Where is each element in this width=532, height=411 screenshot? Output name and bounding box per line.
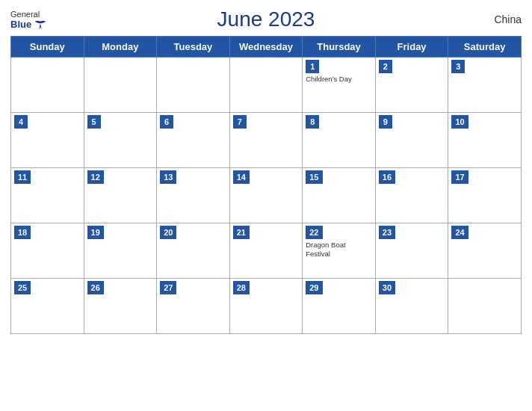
logo-general: General <box>10 10 47 19</box>
day-number: 7 <box>233 115 247 129</box>
day-number: 27 <box>160 281 176 294</box>
day-number: 15 <box>306 170 322 184</box>
day-number: 26 <box>87 281 104 294</box>
calendar-cell: 24 <box>448 223 522 279</box>
day-number: 11 <box>14 170 31 184</box>
logo: General Blue <box>10 10 47 30</box>
header-friday: Friday <box>375 37 448 58</box>
calendar-cell: 22Dragon Boat Festival <box>303 223 376 279</box>
calendar-cell: 15 <box>303 168 376 223</box>
day-number: 13 <box>160 170 176 184</box>
header-tuesday: Tuesday <box>157 37 230 58</box>
week-row-2: 45678910 <box>11 113 522 168</box>
calendar-cell <box>157 58 230 113</box>
calendar-cell: 3 <box>448 58 522 113</box>
header-saturday: Saturday <box>448 37 522 58</box>
calendar-cell <box>84 58 157 113</box>
calendar-cell: 2 <box>375 58 448 113</box>
day-number: 10 <box>451 115 468 129</box>
day-number: 24 <box>451 226 468 239</box>
day-number: 8 <box>306 115 319 129</box>
calendar-cell: 21 <box>229 223 303 279</box>
calendar-cell: 13 <box>157 168 230 223</box>
day-number: 5 <box>87 115 101 129</box>
day-number: 16 <box>379 170 395 184</box>
day-number: 18 <box>14 226 31 239</box>
calendar-header: General Blue June 2023 China <box>10 7 522 31</box>
calendar-cell: 26 <box>84 279 157 334</box>
day-number: 2 <box>379 60 392 73</box>
day-number: 29 <box>306 281 322 294</box>
week-row-1: 1Children's Day23 <box>11 58 522 113</box>
day-number: 1 <box>306 60 319 73</box>
day-number: 4 <box>14 115 28 129</box>
day-number: 30 <box>379 281 395 294</box>
event-label: Dragon Boat Festival <box>306 241 372 259</box>
calendar-cell: 23 <box>375 223 448 279</box>
calendar-cell: 8 <box>303 113 376 168</box>
month-title: June 2023 <box>217 7 315 31</box>
logo-bird-icon <box>34 19 47 30</box>
week-row-4: 1819202122Dragon Boat Festival2324 <box>11 223 522 279</box>
calendar-cell: 20 <box>157 223 230 279</box>
calendar-cell: 1Children's Day <box>303 58 376 113</box>
day-number: 25 <box>14 281 31 294</box>
calendar-cell: 10 <box>448 113 522 168</box>
calendar-cell: 16 <box>375 168 448 223</box>
logo-blue: Blue <box>10 19 31 30</box>
day-number: 23 <box>379 226 395 239</box>
calendar-cell <box>11 58 84 113</box>
calendar-cell: 6 <box>157 113 230 168</box>
country-label: China <box>494 13 522 25</box>
calendar-cell: 30 <box>375 279 448 334</box>
calendar-cell: 11 <box>11 168 84 223</box>
calendar-table: Sunday Monday Tuesday Wednesday Thursday… <box>10 36 522 334</box>
day-number: 20 <box>160 226 176 239</box>
calendar-cell: 25 <box>11 279 84 334</box>
calendar-cell: 9 <box>375 113 448 168</box>
header-sunday: Sunday <box>11 37 84 58</box>
header-thursday: Thursday <box>303 37 376 58</box>
day-number: 22 <box>306 226 322 239</box>
day-number: 17 <box>451 170 468 184</box>
weekday-header-row: Sunday Monday Tuesday Wednesday Thursday… <box>11 37 522 58</box>
event-label: Children's Day <box>306 75 372 84</box>
calendar-cell: 27 <box>157 279 230 334</box>
header-wednesday: Wednesday <box>229 37 303 58</box>
calendar-cell: 4 <box>11 113 84 168</box>
day-number: 6 <box>160 115 173 129</box>
calendar-wrapper: General Blue June 2023 China Sunday Mond… <box>0 0 532 411</box>
day-number: 14 <box>233 170 250 184</box>
calendar-cell: 12 <box>84 168 157 223</box>
calendar-cell: 7 <box>229 113 303 168</box>
calendar-cell: 5 <box>84 113 157 168</box>
calendar-cell: 28 <box>229 279 303 334</box>
day-number: 28 <box>233 281 250 294</box>
header-monday: Monday <box>84 37 157 58</box>
day-number: 12 <box>87 170 104 184</box>
calendar-cell: 14 <box>229 168 303 223</box>
calendar-cell: 18 <box>11 223 84 279</box>
calendar-cell: 19 <box>84 223 157 279</box>
calendar-cell <box>448 279 522 334</box>
week-row-3: 11121314151617 <box>11 168 522 223</box>
day-number: 9 <box>379 115 392 129</box>
week-row-5: 252627282930 <box>11 279 522 334</box>
calendar-cell: 29 <box>303 279 376 334</box>
day-number: 3 <box>451 60 465 73</box>
calendar-cell: 17 <box>448 168 522 223</box>
day-number: 21 <box>233 226 250 239</box>
calendar-cell <box>229 58 303 113</box>
day-number: 19 <box>87 226 104 239</box>
